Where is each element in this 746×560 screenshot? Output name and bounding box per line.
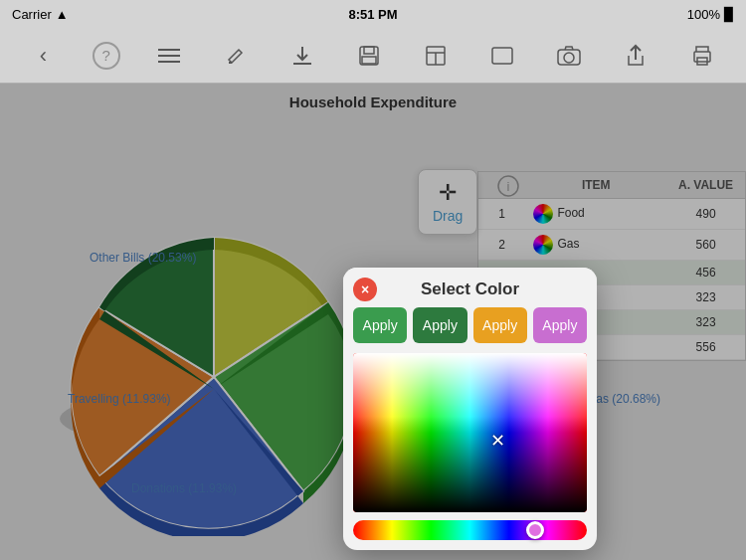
main-content: Household Expenditure Other Bills (20.53… [0,84,746,560]
status-bar: Carrier ▲ 8:51 PM 100% ▉ [0,0,746,28]
battery-icon: ▉ [724,7,734,22]
apply-button-dark-green[interactable]: Apply [413,307,466,343]
list-icon[interactable] [151,38,187,74]
status-bar-right: 100% ▉ [687,7,734,22]
dialog-title-bar: × Select Color [343,268,597,307]
download-icon[interactable] [284,38,320,74]
camera-icon[interactable] [551,38,587,74]
apply-buttons-row: Apply Apply Apply Apply [353,307,587,343]
close-icon: × [361,281,369,297]
svg-rect-11 [492,48,512,64]
color-gradient-overlay-black [353,417,587,512]
apply-button-purple[interactable]: Apply [533,307,587,343]
apply-button-green[interactable]: Apply [353,307,407,343]
apply-button-orange[interactable]: Apply [473,307,527,343]
save-icon[interactable] [351,38,387,74]
carrier-label: Carrier [12,7,52,22]
dialog-title: Select Color [421,280,519,298]
dialog-body: Apply Apply Apply Apply ✕ [343,307,597,550]
wifi-icon: ▲ [56,7,69,22]
window-icon[interactable] [484,38,520,74]
status-bar-time: 8:51 PM [348,7,397,22]
share-icon[interactable] [618,38,653,74]
select-color-dialog: × Select Color Apply Apply Apply Apply ✕ [343,268,597,550]
table-icon[interactable] [418,38,454,74]
svg-point-13 [564,53,574,63]
color-picker-canvas[interactable]: ✕ [353,353,587,512]
toolbar: ‹ ? [0,28,746,84]
dialog-close-button[interactable]: × [353,278,377,301]
back-icon[interactable]: ‹ [26,38,62,74]
edit-icon[interactable] [218,38,254,74]
hue-slider-thumb [526,521,544,539]
print-icon[interactable] [684,38,720,74]
svg-rect-6 [364,47,374,54]
status-bar-left: Carrier ▲ [12,7,69,22]
help-icon[interactable]: ? [93,42,120,70]
svg-rect-7 [362,57,376,64]
hue-slider[interactable] [353,520,587,540]
battery-label: 100% [687,7,720,22]
